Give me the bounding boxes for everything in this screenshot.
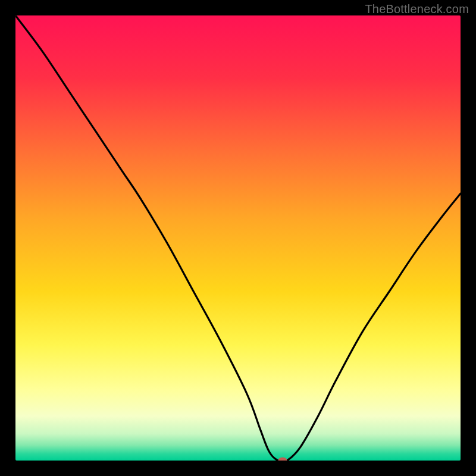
- bottleneck-curve: [15, 15, 461, 461]
- chart-container: TheBottleneck.com: [0, 0, 476, 476]
- watermark-text: TheBottleneck.com: [365, 2, 469, 16]
- curve-marker: [278, 458, 287, 461]
- plot-area: [15, 15, 461, 461]
